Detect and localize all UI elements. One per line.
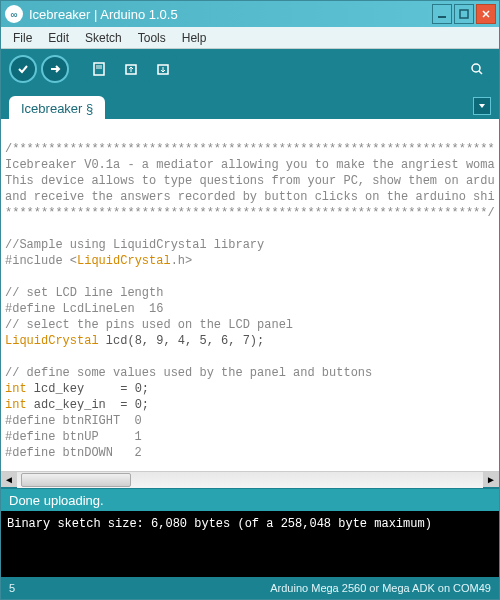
verify-button[interactable]: [9, 55, 37, 83]
code-line: #define btnDOWN 2: [5, 446, 142, 460]
arduino-logo-icon: ∞: [5, 5, 23, 23]
serial-monitor-button[interactable]: [463, 55, 491, 83]
open-button[interactable]: [117, 55, 145, 83]
code-line: #define LcdLineLen 16: [5, 302, 163, 316]
menu-edit[interactable]: Edit: [42, 29, 75, 47]
svg-rect-4: [94, 63, 104, 75]
code-line: int adc_key_in = 0;: [5, 398, 149, 412]
console-line: Binary sketch size: 6,080 bytes (of a 25…: [7, 517, 432, 531]
svg-rect-0: [438, 16, 446, 18]
code-line: // set LCD line length: [5, 286, 163, 300]
maximize-button[interactable]: [454, 4, 474, 24]
scroll-track[interactable]: [17, 472, 483, 488]
minimize-button[interactable]: [432, 4, 452, 24]
new-button[interactable]: [85, 55, 113, 83]
code-line: // define some values used by the panel …: [5, 366, 372, 380]
console-output[interactable]: Binary sketch size: 6,080 bytes (of a 25…: [1, 511, 499, 577]
menu-tools[interactable]: Tools: [132, 29, 172, 47]
code-line: and receive the answers recorded by butt…: [5, 190, 495, 204]
menu-help[interactable]: Help: [176, 29, 213, 47]
board-info: Arduino Mega 2560 or Mega ADK on COM49: [270, 582, 491, 594]
footer-bar: 5 Arduino Mega 2560 or Mega ADK on COM49: [1, 577, 499, 599]
scroll-left-button[interactable]: ◄: [1, 472, 17, 488]
tab-menu-button[interactable]: [473, 97, 491, 115]
code-line: This device allows to type questions fro…: [5, 174, 495, 188]
menubar: File Edit Sketch Tools Help: [1, 27, 499, 49]
code-line: // select the pins used on the LCD panel: [5, 318, 293, 332]
window-title: Icebreaker | Arduino 1.0.5: [29, 7, 178, 22]
titlebar[interactable]: ∞ Icebreaker | Arduino 1.0.5: [1, 1, 499, 27]
line-number: 5: [9, 582, 15, 594]
close-button[interactable]: [476, 4, 496, 24]
tabbar: Icebreaker §: [1, 89, 499, 119]
scroll-thumb[interactable]: [21, 473, 131, 487]
code-editor[interactable]: /***************************************…: [1, 119, 499, 471]
save-button[interactable]: [149, 55, 177, 83]
code-line: LiquidCrystal lcd(8, 9, 4, 5, 6, 7);: [5, 334, 264, 348]
scroll-right-button[interactable]: ►: [483, 472, 499, 488]
code-line: //Sample using LiquidCrystal library: [5, 238, 264, 252]
upload-button[interactable]: [41, 55, 69, 83]
svg-line-10: [479, 71, 482, 74]
status-bar: Done uploading.: [1, 487, 499, 511]
code-line: /***************************************…: [5, 142, 495, 156]
tab-icebreaker[interactable]: Icebreaker §: [9, 96, 105, 119]
toolbar: [1, 49, 499, 89]
horizontal-scrollbar[interactable]: ◄ ►: [1, 471, 499, 487]
status-text: Done uploading.: [9, 493, 104, 508]
app-window: ∞ Icebreaker | Arduino 1.0.5 File Edit S…: [0, 0, 500, 600]
svg-point-9: [472, 64, 480, 72]
code-line: int lcd_key = 0;: [5, 382, 149, 396]
code-line: #include <LiquidCrystal.h>: [5, 254, 192, 268]
code-line: ****************************************…: [5, 206, 495, 220]
menu-file[interactable]: File: [7, 29, 38, 47]
code-line: #define btnRIGHT 0: [5, 414, 142, 428]
menu-sketch[interactable]: Sketch: [79, 29, 128, 47]
svg-rect-1: [460, 10, 468, 18]
code-line: #define btnUP 1: [5, 430, 142, 444]
code-line: Icebreaker V0.1a - a mediator allowing y…: [5, 158, 495, 172]
